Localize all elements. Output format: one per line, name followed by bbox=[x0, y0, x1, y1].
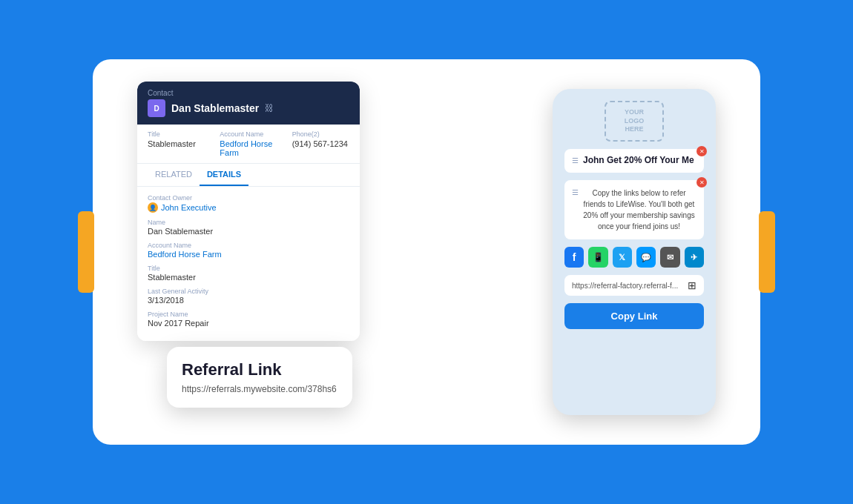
email-subject-card: ✕ ☰ John Get 20% Off Your Me bbox=[564, 149, 704, 173]
crm-contact-label: Contact bbox=[148, 89, 349, 97]
yellow-bar-left bbox=[78, 211, 94, 293]
crm-detail-account: Account Name Bedford Horse Farm bbox=[148, 242, 349, 259]
social-facebook[interactable]: f bbox=[564, 247, 584, 268]
copy-link-button[interactable]: Copy Link bbox=[564, 303, 704, 329]
close-button-2[interactable]: ✕ bbox=[696, 177, 707, 188]
crm-detail-name: Name Dan Stablemaster bbox=[148, 219, 349, 236]
detail-account-label: Account Name bbox=[148, 242, 349, 249]
close-button-1[interactable]: ✕ bbox=[696, 146, 707, 156]
tab-related[interactable]: RELATED bbox=[148, 164, 200, 186]
crm-account-label: Account Name bbox=[220, 130, 277, 138]
crm-fields: Title Stablemaster Account Name Bedford … bbox=[137, 125, 360, 164]
crm-phone-label: Phone(2) bbox=[292, 130, 349, 138]
crm-title-value: Stablemaster bbox=[148, 139, 205, 148]
crm-phone-value: (914) 567-1234 bbox=[292, 139, 349, 148]
tab-details[interactable]: DETAILS bbox=[200, 164, 248, 186]
crm-details: Contact Owner 👤 John Executive Name Dan … bbox=[137, 187, 360, 341]
email-body-text: Copy the links below to refer friends to… bbox=[582, 188, 696, 232]
social-messenger[interactable]: 💬 bbox=[636, 247, 656, 268]
main-container: Contact D Dan Stablemaster ⛓ Title Stabl… bbox=[93, 59, 760, 445]
social-icons-row: f 📱 𝕏 💬 ✉ ✈ bbox=[564, 247, 704, 268]
detail-project-label: Project Name bbox=[148, 311, 349, 318]
referral-url-text: https://referral-factory.referral-f... bbox=[572, 282, 685, 290]
detail-activity-value: 3/13/2018 bbox=[148, 296, 349, 305]
crm-tabs: RELATED DETAILS bbox=[137, 164, 360, 187]
social-whatsapp[interactable]: 📱 bbox=[588, 247, 607, 268]
detail-title-value: Stablemaster bbox=[148, 273, 349, 282]
crm-card: Contact D Dan Stablemaster ⛓ Title Stabl… bbox=[137, 82, 360, 341]
detail-name-label: Name bbox=[148, 219, 349, 226]
detail-owner-label: Contact Owner bbox=[148, 194, 349, 202]
phone-card: YOURLOGOHERE ✕ ☰ John Get 20% Off Your M… bbox=[553, 89, 716, 415]
qr-icon: ⊞ bbox=[688, 279, 696, 291]
main-wrapper: Contact D Dan Stablemaster ⛓ Title Stabl… bbox=[0, 0, 853, 504]
crm-title-label: Title bbox=[148, 130, 205, 138]
crm-account-group: Account Name Bedford Horse Farm bbox=[220, 130, 277, 157]
social-telegram[interactable]: ✈ bbox=[685, 247, 704, 268]
align-icon: ☰ bbox=[572, 188, 579, 196]
social-twitter[interactable]: 𝕏 bbox=[613, 247, 632, 268]
social-email[interactable]: ✉ bbox=[660, 247, 679, 268]
referral-link-title: Referral Link bbox=[182, 360, 337, 379]
logo-placeholder: YOURLOGOHERE bbox=[605, 101, 664, 142]
crm-title-group: Title Stablemaster bbox=[148, 130, 205, 157]
detail-project-value: Nov 2017 Repair bbox=[148, 319, 349, 328]
crm-detail-owner: Contact Owner 👤 John Executive bbox=[148, 194, 349, 213]
detail-name-value: Dan Stablemaster bbox=[148, 227, 349, 236]
crm-contact-name: Dan Stablemaster bbox=[171, 102, 259, 114]
crm-phone-group: Phone(2) (914) 567-1234 bbox=[292, 130, 349, 157]
referral-link-url: https://referrals.mywebsite.com/378hs6 bbox=[182, 384, 337, 394]
referral-link-card: Referral Link https://referrals.mywebsit… bbox=[167, 347, 352, 408]
detail-owner-value: 👤 John Executive bbox=[148, 202, 349, 213]
link-icon: ⛓ bbox=[265, 103, 274, 113]
email-body-card: ✕ ☰ Copy the links below to refer friend… bbox=[564, 180, 704, 239]
detail-activity-label: Last General Activity bbox=[148, 288, 349, 295]
email-subject-text: John Get 20% Off Your Me bbox=[583, 155, 696, 165]
crm-account-value: Bedford Horse Farm bbox=[220, 139, 277, 157]
crm-detail-project: Project Name Nov 2017 Repair bbox=[148, 311, 349, 328]
crm-avatar: D bbox=[148, 99, 165, 117]
lines-icon-1: ☰ bbox=[572, 156, 579, 165]
yellow-bar-right bbox=[759, 211, 775, 293]
detail-account-value: Bedford Horse Farm bbox=[148, 250, 349, 259]
crm-header: Contact D Dan Stablemaster ⛓ bbox=[137, 82, 360, 125]
crm-detail-title: Title Stablemaster bbox=[148, 265, 349, 282]
crm-detail-activity: Last General Activity 3/13/2018 bbox=[148, 288, 349, 305]
url-input-row[interactable]: https://referral-factory.referral-f... ⊞ bbox=[564, 275, 704, 296]
detail-title-label: Title bbox=[148, 265, 349, 272]
